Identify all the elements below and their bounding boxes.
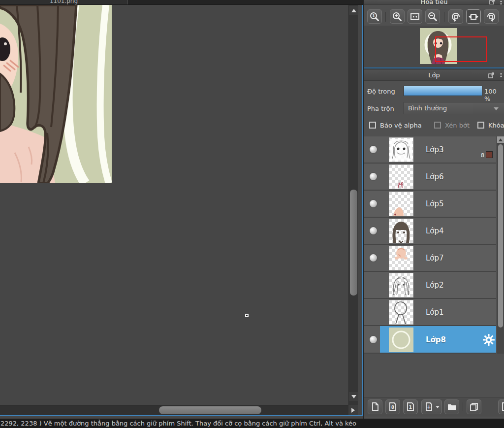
layer-row[interactable]: Lớp6 xyxy=(364,164,496,191)
layer-name: Lớp5 xyxy=(426,199,444,208)
layer-thumbnail[interactable] xyxy=(389,137,413,162)
viewport-indicator[interactable] xyxy=(435,36,487,62)
layer-thumbnail[interactable] xyxy=(389,273,413,297)
arrow-up-icon xyxy=(351,9,356,12)
document-tab-bar: 1101.png xyxy=(0,0,364,5)
visibility-dot[interactable] xyxy=(370,227,377,234)
layer-thumbnail[interactable] xyxy=(389,165,413,189)
fit-to-screen-button[interactable] xyxy=(408,9,422,24)
layer-row[interactable]: Lớp5 xyxy=(364,191,496,218)
magnifier-1-icon: 1 xyxy=(369,11,380,22)
right-panel: Hoa tiêu 1 xyxy=(364,0,504,419)
duplicate-layer-button[interactable] xyxy=(467,399,481,414)
opacity-slider[interactable] xyxy=(404,86,482,96)
add-layer-menu-button[interactable]: + xyxy=(421,399,442,414)
new-1bit-layer-button[interactable]: 1 xyxy=(403,399,418,414)
layer-row[interactable]: Lớp3 8 xyxy=(364,136,496,164)
svg-text:1: 1 xyxy=(409,405,412,410)
zoom-100-button[interactable]: 1 xyxy=(367,9,382,24)
rotate-reset-icon xyxy=(468,11,479,22)
layer-row[interactable]: Lớp1 xyxy=(364,299,496,326)
layer-row[interactable]: Lớp2 xyxy=(364,272,496,299)
new-layer-button[interactable] xyxy=(368,399,382,414)
svg-text:8: 8 xyxy=(391,405,394,410)
vertical-scroll-thumb[interactable] xyxy=(350,190,357,296)
layer-toolbar: 8 1 + xyxy=(364,397,504,417)
rotate-ccw-button[interactable] xyxy=(448,9,463,24)
layer-panel-header: Lớp xyxy=(364,69,504,81)
blend-label: Pha trộn xyxy=(367,105,394,112)
layer-thumbnail[interactable] xyxy=(389,219,413,243)
layer-bit-badge: 8 xyxy=(481,152,484,159)
list-scroll-up-button[interactable] xyxy=(497,136,504,143)
scroll-right-button[interactable] xyxy=(348,405,358,415)
new-folder-button[interactable] xyxy=(444,399,459,414)
brush-cursor xyxy=(245,314,249,317)
document-tab-title: 1101.png xyxy=(0,0,127,4)
layer-name: Lớp7 xyxy=(426,254,444,263)
lock-label: Khóa xyxy=(488,122,504,129)
add-layer-icon: + xyxy=(424,402,434,412)
opacity-slider-fill xyxy=(404,86,482,96)
scroll-up-button[interactable] xyxy=(349,6,358,15)
layer-options-row: Bảo vệ alpha Xén bớt Khóa xyxy=(364,121,504,132)
lock-checkbox[interactable] xyxy=(477,122,484,129)
layer-settings-gear-icon[interactable] xyxy=(482,333,495,346)
layer-name: Lớp3 xyxy=(426,145,444,154)
layer-row[interactable]: Lớp7 xyxy=(364,245,496,272)
list-scroll-thumb[interactable] xyxy=(498,144,503,328)
paint-app-window: 1101.png xyxy=(0,0,504,428)
layer-thumbnail[interactable] xyxy=(389,246,413,270)
canvas-horizontal-scrollbar[interactable] xyxy=(0,405,348,415)
svg-text:1: 1 xyxy=(372,14,375,18)
arrow-right-icon xyxy=(351,408,355,413)
protect-alpha-checkbox[interactable] xyxy=(369,122,376,129)
fit-screen-icon xyxy=(410,11,420,22)
canvas-vertical-scrollbar[interactable] xyxy=(348,5,358,405)
toolbar-separator xyxy=(444,12,444,22)
panel-menu-icon[interactable] xyxy=(500,0,504,5)
layer-row[interactable]: Lớp4 xyxy=(364,218,496,245)
opacity-label: Độ trong xyxy=(367,88,395,95)
popout-window-icon[interactable] xyxy=(489,0,495,5)
blend-mode-select[interactable]: Bình thường xyxy=(404,102,504,114)
rotate-reset-button[interactable] xyxy=(466,9,481,24)
toolbar-separator xyxy=(385,12,386,22)
layer-list-scrollbar[interactable] xyxy=(497,136,504,354)
clipped-toolbar-button[interactable] xyxy=(498,399,504,414)
protect-alpha-label: Bảo vệ alpha xyxy=(380,122,422,129)
layer-name: Lớp4 xyxy=(426,227,444,235)
visibility-dot[interactable] xyxy=(370,173,377,180)
scroll-down-button[interactable] xyxy=(349,392,358,401)
horizontal-scroll-thumb[interactable] xyxy=(159,406,261,414)
chevron-down-icon xyxy=(494,107,499,110)
visibility-dot[interactable] xyxy=(370,200,377,207)
panel-menu-icon[interactable] xyxy=(500,72,504,78)
clipping-checkbox[interactable] xyxy=(434,122,441,129)
blend-mode-value: Bình thường xyxy=(408,104,447,112)
visibility-dot[interactable] xyxy=(370,336,377,343)
layer-thumbnail[interactable] xyxy=(389,328,413,352)
rotate-ccw-icon xyxy=(450,11,461,22)
chevron-down-icon xyxy=(436,406,440,408)
canvas-area: 1101.png xyxy=(0,0,364,419)
zoom-out-button[interactable] xyxy=(425,9,440,24)
layer-row-selected[interactable]: Lớp8 xyxy=(364,326,496,354)
popout-window-icon[interactable] xyxy=(488,72,494,78)
new-8bit-layer-button[interactable]: 8 xyxy=(385,399,400,414)
page-icon xyxy=(501,402,504,412)
svg-text:+: + xyxy=(427,404,431,410)
rotate-cw-icon xyxy=(486,11,497,22)
zoom-in-button[interactable] xyxy=(390,9,405,24)
navigator-header: Hoa tiêu xyxy=(364,0,504,5)
layer-color-swatch[interactable] xyxy=(486,151,493,158)
document-tab[interactable]: 1101.png xyxy=(0,0,128,5)
layer-thumbnail[interactable] xyxy=(389,192,413,216)
layer-thumbnail[interactable] xyxy=(389,300,413,325)
status-text: 2292, 2238 ) Vẽ một đường thẳng bằng các… xyxy=(0,420,356,427)
visibility-dot[interactable] xyxy=(370,254,377,262)
visibility-dot[interactable] xyxy=(370,146,377,153)
canvas-viewport[interactable] xyxy=(0,5,363,415)
rotate-cw-button[interactable] xyxy=(484,9,499,24)
status-bar: 2292, 2238 ) Vẽ một đường thẳng bằng các… xyxy=(0,419,504,428)
